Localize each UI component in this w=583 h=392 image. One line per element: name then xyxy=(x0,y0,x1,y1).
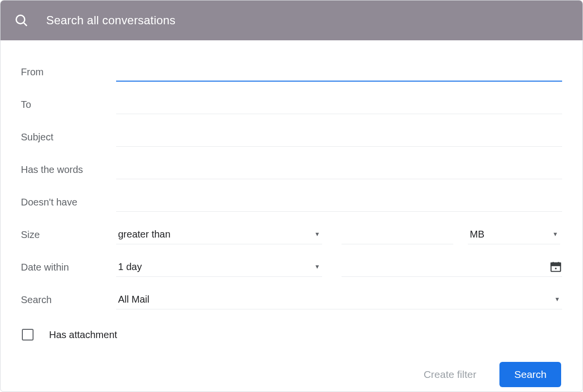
subject-row: Subject xyxy=(21,121,562,153)
caret-down-icon: ▼ xyxy=(314,231,320,238)
size-label: Size xyxy=(21,229,116,240)
caret-down-icon: ▼ xyxy=(554,296,560,303)
haswords-label: Has the words xyxy=(21,164,116,175)
date-label: Date within xyxy=(21,262,116,273)
date-range-dropdown[interactable]: 1 day ▼ xyxy=(116,258,322,277)
from-input[interactable] xyxy=(116,63,562,82)
calendar-icon[interactable] xyxy=(549,260,562,273)
from-label: From xyxy=(21,67,116,78)
search-icon xyxy=(14,13,29,28)
create-filter-button[interactable]: Create filter xyxy=(420,364,480,385)
svg-point-0 xyxy=(16,15,25,24)
search-placeholder[interactable]: Search all conversations xyxy=(46,14,175,27)
search-location-label: Search xyxy=(21,294,116,306)
search-location-value: All Mail xyxy=(118,294,149,305)
subject-label: Subject xyxy=(21,132,116,143)
from-row: From xyxy=(21,56,562,88)
search-location-row: Search All Mail ▼ xyxy=(21,284,562,316)
doesnthave-label: Doesn't have xyxy=(21,197,116,208)
search-form: From To Subject Has the words xyxy=(0,40,583,392)
svg-line-1 xyxy=(23,22,27,26)
haswords-input[interactable] xyxy=(116,161,562,179)
caret-down-icon: ▼ xyxy=(314,263,320,270)
size-unit-value: MB xyxy=(470,229,484,240)
doesnthave-input[interactable] xyxy=(116,193,562,212)
haswords-row: Has the words xyxy=(21,153,562,186)
to-label: To xyxy=(21,99,116,110)
search-header: Search all conversations xyxy=(0,0,583,40)
size-operator-value: greater than xyxy=(118,229,171,240)
subject-input[interactable] xyxy=(116,128,562,147)
date-row: Date within 1 day ▼ xyxy=(21,251,562,284)
search-button[interactable]: Search xyxy=(499,362,561,387)
size-row: Size greater than ▼ MB ▼ xyxy=(21,219,562,251)
advanced-search-panel: Search all conversations From To Subject xyxy=(0,0,583,392)
doesnthave-row: Doesn't have xyxy=(21,186,562,219)
has-attachment-checkbox[interactable] xyxy=(22,329,34,341)
svg-point-6 xyxy=(555,268,556,269)
to-row: To xyxy=(21,88,562,121)
size-value-input[interactable] xyxy=(342,226,453,244)
attachment-row: Has attachment xyxy=(21,320,562,349)
caret-down-icon: ▼ xyxy=(552,231,558,238)
date-range-value: 1 day xyxy=(118,261,142,273)
size-operator-dropdown[interactable]: greater than ▼ xyxy=(116,226,322,244)
has-attachment-label: Has attachment xyxy=(49,329,117,341)
date-value-field[interactable] xyxy=(342,258,562,277)
search-location-dropdown[interactable]: All Mail ▼ xyxy=(116,291,562,309)
footer-actions: Create filter Search xyxy=(21,362,562,387)
size-unit-dropdown[interactable]: MB ▼ xyxy=(468,226,560,244)
svg-rect-3 xyxy=(551,263,561,265)
to-input[interactable] xyxy=(116,96,562,114)
